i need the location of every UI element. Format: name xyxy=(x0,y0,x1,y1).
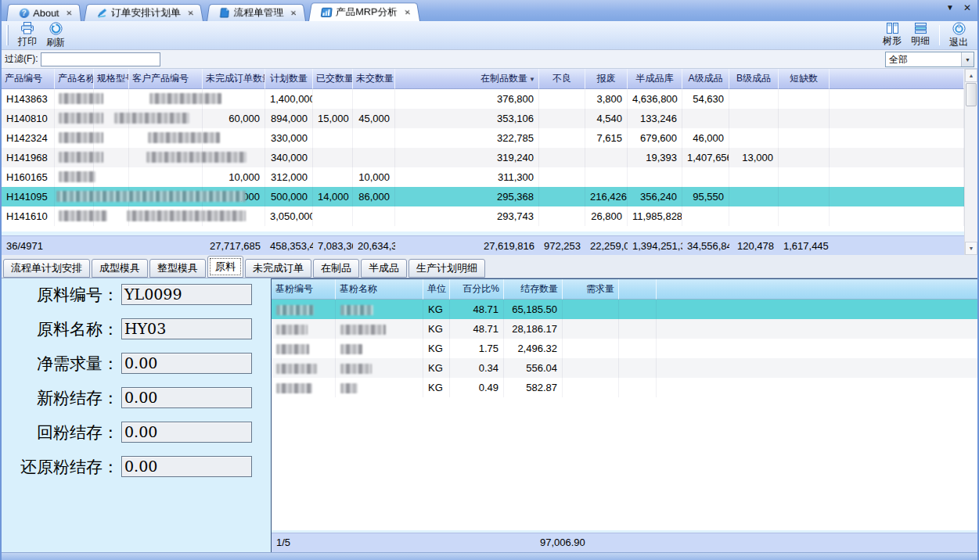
scope-combobox[interactable]: 全部 ▼ xyxy=(885,52,974,67)
close-tab-icon[interactable]: ✕ xyxy=(187,9,195,16)
percent-cell: 0.49 xyxy=(450,378,504,397)
close-tab-icon[interactable]: ✕ xyxy=(290,9,297,16)
table-row[interactable]: H141968340,000319,24019,3931,407,65613,0… xyxy=(2,148,964,167)
scroll-up-icon[interactable]: ▲ xyxy=(965,69,977,82)
field-value[interactable]: 0.00 xyxy=(121,422,252,443)
column-header[interactable]: B级成品 xyxy=(729,69,779,89)
value-cell: 15,000 xyxy=(313,109,353,128)
vertical-scrollbar[interactable]: ▲ ▼ xyxy=(964,69,977,255)
combo-arrow-icon[interactable]: ▼ xyxy=(961,52,974,66)
column-header[interactable]: 未完成订单数量 xyxy=(203,69,265,89)
value-cell: 3,050,000 xyxy=(265,206,313,226)
field-value[interactable]: HY03 xyxy=(121,318,252,339)
column-header[interactable]: 基粉编号 xyxy=(272,279,336,300)
redacted-text xyxy=(340,325,386,335)
field-value[interactable]: 0.00 xyxy=(121,387,252,408)
detail-view-button[interactable]: 明细 xyxy=(906,22,934,48)
document-icon xyxy=(218,8,230,18)
close-tab-icon[interactable]: ✕ xyxy=(66,9,73,16)
tab-list-icon[interactable]: ▼ xyxy=(946,3,954,13)
field-value[interactable]: 0.00 xyxy=(121,456,252,477)
material-field: 新粉结存：0.00 xyxy=(2,387,271,408)
column-header[interactable]: 报废 xyxy=(585,69,628,89)
filter-label: 过滤(F): xyxy=(5,52,38,66)
refresh-button[interactable]: 刷新 xyxy=(41,22,70,48)
field-value[interactable]: 0.00 xyxy=(121,353,252,374)
column-header-blank[interactable] xyxy=(619,279,657,300)
column-header-blank[interactable] xyxy=(830,69,964,89)
tree-view-button[interactable]: 树形 xyxy=(878,22,906,48)
chart-icon xyxy=(321,7,333,17)
detail-tab[interactable]: 原料 xyxy=(207,256,243,278)
column-header[interactable]: 短缺数 xyxy=(779,69,830,89)
exit-button[interactable]: 退出 xyxy=(945,22,973,48)
detail-tab[interactable]: 生产计划明细 xyxy=(409,259,485,278)
table-row[interactable]: H16016510,000312,00010,000311,300 xyxy=(2,167,964,187)
detail-tab[interactable]: 半成品 xyxy=(361,259,407,278)
print-button[interactable]: 打印 xyxy=(13,22,41,48)
stock-cell: 65,185.50 xyxy=(504,300,563,319)
redacted-text xyxy=(276,364,317,374)
scroll-down-icon[interactable]: ▼ xyxy=(965,242,977,255)
unit-cell: KG xyxy=(423,300,450,319)
table-row[interactable]: H141095100,000500,00014,00086,000295,368… xyxy=(2,187,964,206)
window-close-icon[interactable]: ✕ xyxy=(963,3,971,13)
table-row[interactable]: H1438631,400,000376,8003,8004,636,80054,… xyxy=(2,89,964,109)
table-row[interactable]: KG1.752,496.32 xyxy=(272,339,977,358)
table-row[interactable]: KG48.7128,186.17 xyxy=(272,319,977,339)
demand-cell xyxy=(563,319,619,339)
table-row[interactable]: H142324330,000322,7857,615679,60046,000 xyxy=(2,128,964,148)
column-header[interactable]: 单位 xyxy=(423,279,450,300)
column-header[interactable]: 需求量 xyxy=(563,279,619,300)
column-header[interactable]: 规格型号 xyxy=(94,69,129,89)
value-cell xyxy=(539,187,585,206)
tab-flow-manage[interactable]: 流程单管理 ✕ xyxy=(207,4,306,21)
column-header[interactable]: 客户产品编号 xyxy=(129,69,203,89)
filler-cell xyxy=(657,300,977,319)
column-header[interactable]: 已交数量 xyxy=(313,69,353,89)
column-header[interactable]: 未交数量 xyxy=(353,69,395,89)
table-row[interactable]: KG0.34556.04 xyxy=(272,358,977,378)
table-row[interactable]: KG48.7165,185.50 xyxy=(272,300,977,319)
column-header[interactable]: 结存数量 xyxy=(504,279,563,300)
detail-tab[interactable]: 成型模具 xyxy=(92,259,148,278)
field-value[interactable]: YL0099 xyxy=(121,284,252,305)
detail-tab[interactable]: 未完成订单 xyxy=(245,259,311,278)
column-header[interactable]: 基粉名称 xyxy=(336,279,423,300)
tab-about[interactable]: ? About ✕ xyxy=(6,4,81,21)
detail-tab[interactable]: 在制品 xyxy=(313,259,359,278)
close-tab-icon[interactable]: ✕ xyxy=(404,8,412,16)
product-code-cell: H141095 xyxy=(2,187,55,206)
product-code-cell: H143863 xyxy=(2,89,55,109)
column-header[interactable]: 半成品库 xyxy=(628,69,682,89)
tab-order-plan[interactable]: 订单安排计划单 ✕ xyxy=(84,4,203,21)
value-cell: 295,368 xyxy=(395,187,539,206)
filler-cell xyxy=(657,378,977,397)
column-header[interactable]: 百分比% xyxy=(450,279,504,300)
redacted-text xyxy=(340,364,372,374)
redacted-text xyxy=(59,152,103,163)
column-header[interactable]: 产品名称 xyxy=(55,69,94,89)
column-header[interactable]: 产品编号 xyxy=(2,69,55,89)
table-row[interactable]: H1416103,050,000293,74326,80011,985,828 xyxy=(2,206,964,226)
table-empty-area xyxy=(2,226,964,232)
table-row[interactable]: H14081060,000894,00015,00045,000353,1064… xyxy=(2,109,964,128)
summary-value: 972,253 xyxy=(539,236,585,256)
scrollbar-thumb[interactable] xyxy=(966,83,977,106)
column-header[interactable]: 计划数量 xyxy=(265,69,313,89)
base-name-cell xyxy=(336,319,423,339)
detail-tab[interactable]: 流程单计划安排 xyxy=(3,259,90,278)
base-table-status-bar: 1/5 97,006.90 xyxy=(272,533,977,552)
column-header[interactable]: 在制品数量▼ xyxy=(395,69,539,89)
filler-cell xyxy=(830,187,964,206)
column-header[interactable]: 不良 xyxy=(539,69,585,89)
detail-tab[interactable]: 整型模具 xyxy=(149,259,206,278)
tab-mrp-analysis[interactable]: 产品MRP分析 ✕ xyxy=(308,2,420,21)
column-header-blank[interactable] xyxy=(657,279,977,300)
column-header[interactable]: A级成品 xyxy=(682,69,729,89)
redacted-text xyxy=(276,325,308,335)
table-row[interactable]: KG0.49582.87 xyxy=(272,378,977,397)
filter-input[interactable] xyxy=(41,52,160,66)
value-cell: 1,407,656 xyxy=(682,148,729,167)
percent-cell: 48.71 xyxy=(450,319,504,339)
